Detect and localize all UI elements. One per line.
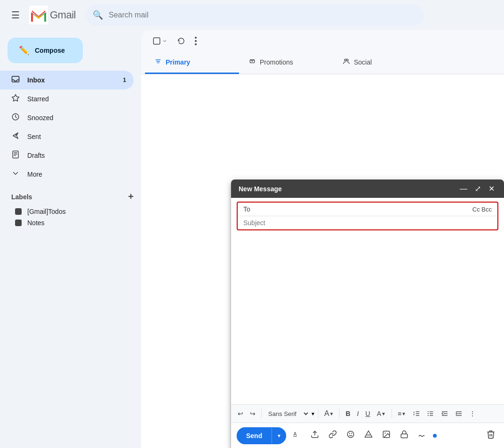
more-formatting-button[interactable]: ⋮	[466, 408, 479, 419]
dropdown-arrow-icon	[162, 38, 168, 44]
compose-header-actions: — ⤢ ✕	[458, 183, 496, 194]
compose-to-subject-section: To Cc Bcc	[237, 202, 498, 230]
inbox-label: Inbox	[27, 76, 45, 84]
underline-button[interactable]: U	[363, 408, 373, 419]
insert-photo-button[interactable]	[379, 427, 393, 444]
promotions-tab-icon	[248, 57, 256, 67]
compose-window: New Message — ⤢ ✕ To Cc Bcc	[231, 179, 504, 448]
add-label-button[interactable]: +	[128, 191, 134, 202]
compose-window-title: New Message	[239, 185, 282, 193]
sidebar-item-inbox[interactable]: Inbox 1	[0, 71, 134, 90]
label-dot-notes	[15, 220, 22, 226]
select-checkbox-button[interactable]	[149, 34, 171, 48]
font-size-button[interactable]: A▼	[321, 407, 337, 420]
svg-marker-3	[12, 94, 19, 101]
tab-primary[interactable]: Primary	[145, 52, 239, 74]
compose-header[interactable]: New Message — ⤢ ✕	[231, 179, 504, 198]
svg-point-18	[428, 411, 429, 412]
search-icon: 🔍	[93, 10, 103, 20]
indent-more-button[interactable]	[452, 408, 465, 419]
compose-pencil-icon: ✏️	[19, 45, 29, 56]
svg-marker-32	[365, 431, 372, 438]
compose-cc-bcc-button[interactable]: Cc Bcc	[472, 206, 492, 213]
tab-promotions[interactable]: Promotions	[239, 52, 333, 74]
label-item-notes[interactable]: Notes	[11, 217, 134, 228]
svg-rect-36	[401, 434, 408, 438]
sidebar-item-snoozed[interactable]: Snoozed	[0, 108, 134, 127]
svg-point-20	[428, 415, 429, 416]
clock-icon	[11, 113, 20, 123]
sent-label: Sent	[27, 133, 41, 140]
email-list-area: New Message — ⤢ ✕ To Cc Bcc	[141, 74, 504, 448]
top-bar: ☰ Gmail 🔍	[0, 0, 504, 30]
drive-button[interactable]	[361, 427, 376, 444]
numbered-list-button[interactable]	[410, 408, 423, 419]
bullet-list-button[interactable]	[424, 408, 437, 419]
svg-point-9	[195, 43, 197, 45]
starred-label: Starred	[27, 95, 49, 103]
compose-button[interactable]: ✏️ Compose	[8, 38, 83, 63]
lock-button[interactable]	[397, 427, 411, 444]
inbox-icon	[11, 75, 20, 86]
compose-label: Compose	[35, 47, 65, 54]
compose-to-input[interactable]	[262, 205, 472, 213]
align-button[interactable]: ≡▼	[395, 408, 409, 419]
more-options-button[interactable]	[191, 34, 200, 48]
sidebar-item-more[interactable]: More	[0, 165, 134, 184]
attach-file-button[interactable]	[308, 427, 322, 444]
bold-button[interactable]: B	[343, 408, 353, 419]
refresh-button[interactable]	[173, 34, 189, 48]
send-button-group: Send ▾	[237, 427, 286, 444]
compose-subject-input[interactable]	[243, 219, 492, 227]
compose-expand-button[interactable]: ⤢	[473, 183, 483, 194]
indent-less-button[interactable]	[438, 408, 451, 419]
insert-emoji-button[interactable]	[344, 427, 358, 444]
sidebar-item-sent[interactable]: Sent	[0, 127, 134, 146]
search-input[interactable]	[109, 11, 416, 19]
search-bar: 🔍	[85, 4, 424, 26]
italic-button[interactable]: I	[354, 408, 362, 419]
email-toolbar	[141, 30, 504, 52]
insert-link-button[interactable]	[326, 427, 340, 444]
labels-section: Labels + [Gmail]Todos Notes	[0, 184, 141, 232]
label-gmail-todos-text: [Gmail]Todos	[27, 208, 66, 215]
more-label: More	[27, 171, 42, 178]
compose-subject-row	[238, 216, 497, 229]
content-area: Primary Promotions Social New Message	[141, 30, 504, 448]
compose-minimize-button[interactable]: —	[458, 184, 469, 194]
social-tab-label: Social	[354, 58, 372, 66]
svg-point-7	[195, 37, 197, 39]
chevron-down-icon	[11, 169, 20, 180]
label-item-gmail-todos[interactable]: [Gmail]Todos	[11, 206, 134, 217]
signature-button[interactable]	[415, 427, 429, 444]
format-options-button[interactable]: A	[290, 427, 304, 444]
svg-point-8	[195, 40, 197, 42]
compose-to-field: To Cc Bcc	[238, 203, 497, 216]
undo-button[interactable]: ↩	[235, 408, 246, 419]
hamburger-icon[interactable]: ☰	[8, 6, 24, 24]
send-options-button[interactable]: ▾	[272, 428, 286, 444]
svg-point-19	[428, 413, 429, 414]
sidebar-item-starred[interactable]: Starred	[0, 90, 134, 108]
font-color-button[interactable]: A▼	[374, 408, 389, 419]
sidebar-item-drafts[interactable]: Drafts	[0, 146, 134, 165]
send-toolbar: Send ▾ A	[231, 423, 504, 448]
discard-draft-button[interactable]	[483, 427, 498, 444]
compose-close-button[interactable]: ✕	[487, 183, 496, 194]
compose-body[interactable]	[231, 230, 504, 404]
font-family-select[interactable]: Sans Serif Serif Monospace	[264, 409, 310, 419]
fmt-select-arrow: ▼	[311, 411, 315, 416]
promotions-tab-label: Promotions	[260, 58, 293, 66]
redo-button[interactable]: ↪	[247, 408, 258, 419]
svg-text:A: A	[294, 431, 297, 437]
fmt-separator-1	[261, 409, 262, 418]
snoozed-label: Snoozed	[27, 114, 53, 122]
blue-dot-indicator	[433, 434, 437, 438]
refresh-icon	[177, 37, 185, 45]
send-button[interactable]: Send	[237, 427, 272, 444]
star-icon	[11, 94, 20, 105]
labels-title: Labels	[11, 193, 32, 201]
drafts-label: Drafts	[27, 152, 45, 159]
labels-header: Labels +	[11, 191, 134, 202]
tab-social[interactable]: Social	[333, 52, 427, 74]
